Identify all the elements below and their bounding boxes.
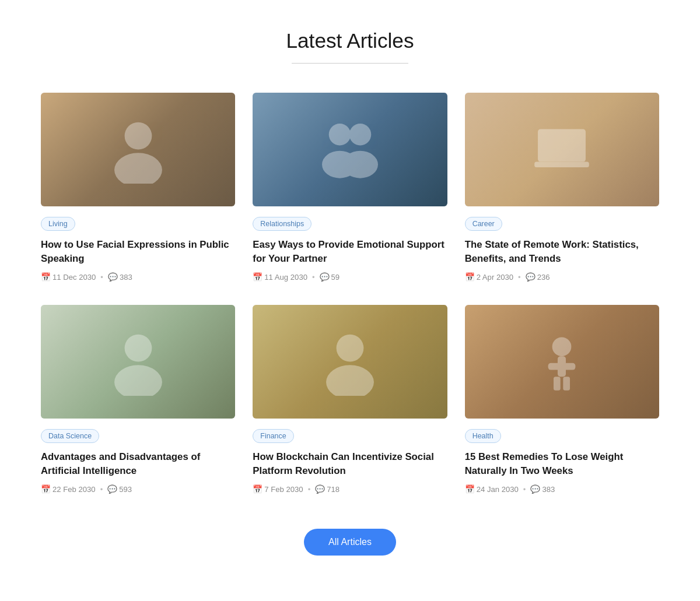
comment-icon-1: 💬	[108, 272, 118, 282]
svg-point-0	[124, 122, 152, 150]
article-card-5[interactable]: Finance How Blockchain Can Incentivize S…	[253, 305, 447, 494]
article-date-item-6: 📅 24 Jan 2030	[465, 484, 519, 494]
svg-point-5	[342, 151, 378, 178]
page-title: Latest Articles	[41, 29, 659, 52]
article-image-placeholder-1	[41, 93, 235, 206]
comment-icon-6: 💬	[530, 484, 540, 494]
svg-rect-7	[535, 162, 590, 167]
article-date-6: 24 Jan 2030	[477, 485, 519, 494]
all-articles-btn-wrap: All Articles	[41, 529, 659, 556]
article-category-1[interactable]: Living	[41, 217, 75, 231]
meta-dot-6: •	[523, 485, 526, 494]
article-comments-item-5: 💬 718	[315, 484, 340, 494]
article-comments-5: 718	[327, 485, 340, 494]
calendar-icon-2: 📅	[253, 272, 262, 282]
article-card-3[interactable]: Career The State of Remote Work: Statist…	[465, 93, 659, 282]
article-title-3: The State of Remote Work: Statistics, Be…	[465, 238, 659, 265]
meta-dot-5: •	[308, 485, 311, 494]
article-title-5: How Blockchain Can Incentivize Social Pl…	[253, 450, 447, 477]
article-comments-item-6: 💬 383	[530, 484, 555, 494]
article-category-4[interactable]: Data Science	[41, 429, 99, 443]
article-title-4: Advantages and Disadvantages of Artifici…	[41, 450, 235, 477]
svg-point-2	[329, 124, 351, 145]
article-image-placeholder-4	[41, 305, 235, 419]
article-meta-2: 📅 11 Aug 2030 • 💬 59	[253, 272, 447, 282]
svg-point-10	[337, 335, 364, 362]
article-category-2[interactable]: Relationships	[253, 217, 312, 231]
article-date-4: 22 Feb 2030	[52, 485, 96, 494]
article-comments-3: 236	[537, 273, 550, 282]
article-category-6[interactable]: Health	[465, 429, 501, 443]
article-category-3[interactable]: Career	[465, 217, 502, 231]
article-card-4[interactable]: Data Science Advantages and Disadvantage…	[41, 305, 235, 494]
meta-dot-3: •	[518, 273, 521, 282]
svg-point-11	[326, 365, 374, 396]
comment-icon-3: 💬	[526, 272, 536, 282]
meta-dot-2: •	[312, 273, 315, 282]
article-comments-1: 383	[120, 273, 132, 282]
meta-dot-4: •	[100, 485, 103, 494]
article-card-6[interactable]: Health 15 Best Remedies To Lose Weight N…	[465, 305, 659, 494]
svg-point-12	[552, 337, 572, 356]
article-image-4	[41, 305, 235, 419]
title-divider	[292, 63, 408, 64]
article-date-item-3: 📅 2 Apr 2030	[465, 272, 513, 282]
article-card-1[interactable]: Living How to Use Facial Expressions in …	[41, 93, 235, 282]
meta-dot-1: •	[100, 273, 103, 282]
svg-rect-15	[554, 377, 561, 390]
article-image-placeholder-6	[465, 305, 659, 419]
article-image-6	[465, 305, 659, 419]
article-meta-3: 📅 2 Apr 2030 • 💬 236	[465, 272, 659, 282]
article-meta-6: 📅 24 Jan 2030 • 💬 383	[465, 484, 659, 494]
calendar-icon-6: 📅	[465, 484, 475, 494]
article-date-5: 7 Feb 2030	[264, 485, 303, 494]
article-image-1	[41, 93, 235, 206]
article-title-1: How to Use Facial Expressions in Public …	[41, 238, 235, 265]
svg-rect-14	[548, 363, 576, 370]
article-image-3	[465, 93, 659, 206]
article-date-item-2: 📅 11 Aug 2030	[253, 272, 307, 282]
article-comments-item-1: 💬 383	[108, 272, 132, 282]
article-comments-2: 59	[331, 273, 340, 282]
article-comments-item-3: 💬 236	[526, 272, 550, 282]
svg-point-1	[114, 153, 162, 184]
article-title-6: 15 Best Remedies To Lose Weight Naturall…	[465, 450, 659, 477]
article-comments-item-4: 💬 593	[107, 484, 132, 494]
article-comments-6: 383	[542, 485, 555, 494]
article-card-2[interactable]: Relationships Easy Ways to Provide Emoti…	[253, 93, 447, 282]
article-date-2: 11 Aug 2030	[264, 273, 307, 282]
calendar-icon-1: 📅	[41, 272, 51, 282]
article-title-2: Easy Ways to Provide Emotional Support f…	[253, 238, 447, 265]
svg-point-4	[349, 124, 371, 145]
article-image-placeholder-3	[465, 93, 659, 206]
svg-rect-16	[564, 377, 570, 390]
svg-point-9	[114, 365, 162, 396]
svg-rect-6	[538, 129, 586, 161]
article-comments-item-2: 💬 59	[320, 272, 340, 282]
articles-grid: Living How to Use Facial Expressions in …	[41, 93, 659, 494]
article-image-2	[253, 93, 447, 206]
article-date-item-1: 📅 11 Dec 2030	[41, 272, 96, 282]
article-meta-1: 📅 11 Dec 2030 • 💬 383	[41, 272, 235, 282]
article-date-item-4: 📅 22 Feb 2030	[41, 484, 96, 494]
comment-icon-4: 💬	[107, 484, 117, 494]
article-meta-5: 📅 7 Feb 2030 • 💬 718	[253, 484, 447, 494]
article-meta-4: 📅 22 Feb 2030 • 💬 593	[41, 484, 235, 494]
all-articles-button[interactable]: All Articles	[304, 529, 396, 556]
page-wrapper: Latest Articles Living How to Use Facial…	[29, 0, 671, 601]
article-image-placeholder-2	[253, 93, 447, 206]
article-image-5	[253, 305, 447, 419]
calendar-icon-3: 📅	[465, 272, 475, 282]
article-category-5[interactable]: Finance	[253, 429, 293, 443]
svg-point-8	[124, 335, 152, 362]
article-date-3: 2 Apr 2030	[477, 273, 513, 282]
comment-icon-2: 💬	[320, 272, 330, 282]
article-date-1: 11 Dec 2030	[52, 273, 96, 282]
calendar-icon-5: 📅	[253, 484, 262, 494]
article-comments-4: 593	[119, 485, 132, 494]
calendar-icon-4: 📅	[41, 484, 51, 494]
comment-icon-5: 💬	[315, 484, 325, 494]
article-image-placeholder-5	[253, 305, 447, 419]
article-date-item-5: 📅 7 Feb 2030	[253, 484, 303, 494]
